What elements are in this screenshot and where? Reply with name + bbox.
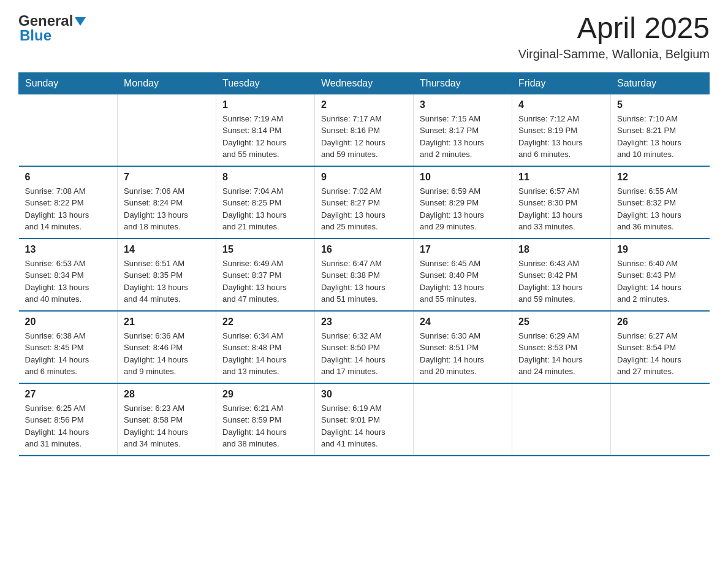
day-info: Sunrise: 6:45 AM Sunset: 8:40 PM Dayligh… xyxy=(420,258,506,305)
day-info: Sunrise: 7:17 AM Sunset: 8:16 PM Dayligh… xyxy=(321,113,407,161)
day-number: 5 xyxy=(617,99,703,110)
calendar-cell: 25Sunrise: 6:29 AM Sunset: 8:53 PM Dayli… xyxy=(512,311,611,383)
logo-arrow-icon xyxy=(75,17,86,26)
day-info: Sunrise: 7:04 AM Sunset: 8:25 PM Dayligh… xyxy=(222,185,308,233)
calendar-cell: 27Sunrise: 6:25 AM Sunset: 8:56 PM Dayli… xyxy=(19,383,118,456)
day-number: 15 xyxy=(222,244,308,255)
day-info: Sunrise: 6:27 AM Sunset: 8:54 PM Dayligh… xyxy=(617,330,703,378)
day-info: Sunrise: 7:06 AM Sunset: 8:24 PM Dayligh… xyxy=(124,185,210,233)
day-number: 26 xyxy=(617,316,703,327)
month-title: April 2025 xyxy=(518,12,710,45)
day-info: Sunrise: 6:47 AM Sunset: 8:38 PM Dayligh… xyxy=(321,258,407,305)
calendar-table: SundayMondayTuesdayWednesdayThursdayFrid… xyxy=(18,72,710,456)
day-info: Sunrise: 6:19 AM Sunset: 9:01 PM Dayligh… xyxy=(321,402,407,450)
calendar-cell: 19Sunrise: 6:40 AM Sunset: 8:43 PM Dayli… xyxy=(611,239,710,311)
calendar-cell: 8Sunrise: 7:04 AM Sunset: 8:25 PM Daylig… xyxy=(216,166,315,239)
calendar-cell: 1Sunrise: 7:19 AM Sunset: 8:14 PM Daylig… xyxy=(216,94,315,166)
day-number: 27 xyxy=(25,389,112,400)
day-info: Sunrise: 7:19 AM Sunset: 8:14 PM Dayligh… xyxy=(222,113,308,161)
day-number: 2 xyxy=(321,99,407,110)
day-number: 13 xyxy=(25,244,112,255)
day-info: Sunrise: 6:32 AM Sunset: 8:50 PM Dayligh… xyxy=(321,330,407,378)
calendar-cell: 6Sunrise: 7:08 AM Sunset: 8:22 PM Daylig… xyxy=(19,166,118,239)
calendar-cell: 13Sunrise: 6:53 AM Sunset: 8:34 PM Dayli… xyxy=(19,239,118,311)
calendar-cell: 21Sunrise: 6:36 AM Sunset: 8:46 PM Dayli… xyxy=(118,311,216,383)
day-info: Sunrise: 6:25 AM Sunset: 8:56 PM Dayligh… xyxy=(25,402,112,450)
day-number: 8 xyxy=(222,172,308,183)
day-number: 24 xyxy=(420,316,506,327)
day-number: 16 xyxy=(321,244,407,255)
calendar-cell: 28Sunrise: 6:23 AM Sunset: 8:58 PM Dayli… xyxy=(118,383,216,456)
calendar-cell: 11Sunrise: 6:57 AM Sunset: 8:30 PM Dayli… xyxy=(512,166,611,239)
day-info: Sunrise: 6:55 AM Sunset: 8:32 PM Dayligh… xyxy=(617,185,703,233)
header-saturday: Saturday xyxy=(611,72,710,94)
day-number: 7 xyxy=(124,172,210,183)
day-info: Sunrise: 6:38 AM Sunset: 8:45 PM Dayligh… xyxy=(25,330,112,378)
calendar-cell: 29Sunrise: 6:21 AM Sunset: 8:59 PM Dayli… xyxy=(216,383,315,456)
calendar-cell: 5Sunrise: 7:10 AM Sunset: 8:21 PM Daylig… xyxy=(611,94,710,166)
day-info: Sunrise: 6:23 AM Sunset: 8:58 PM Dayligh… xyxy=(124,402,210,450)
day-number: 6 xyxy=(25,172,112,183)
day-info: Sunrise: 6:49 AM Sunset: 8:37 PM Dayligh… xyxy=(222,258,308,305)
day-number: 17 xyxy=(420,244,506,255)
calendar-cell: 15Sunrise: 6:49 AM Sunset: 8:37 PM Dayli… xyxy=(216,239,315,311)
day-number: 4 xyxy=(518,99,604,110)
calendar-cell: 20Sunrise: 6:38 AM Sunset: 8:45 PM Dayli… xyxy=(19,311,118,383)
logo-blue-text: Blue xyxy=(20,27,51,44)
page-header: General Blue April 2025 Virginal-Samme, … xyxy=(18,12,710,61)
calendar-cell: 26Sunrise: 6:27 AM Sunset: 8:54 PM Dayli… xyxy=(611,311,710,383)
calendar-cell: 18Sunrise: 6:43 AM Sunset: 8:42 PM Dayli… xyxy=(512,239,611,311)
calendar-cell xyxy=(414,383,512,456)
calendar-cell: 2Sunrise: 7:17 AM Sunset: 8:16 PM Daylig… xyxy=(315,94,414,166)
day-number: 19 xyxy=(617,244,703,255)
week-row-2: 13Sunrise: 6:53 AM Sunset: 8:34 PM Dayli… xyxy=(19,239,710,311)
day-info: Sunrise: 6:30 AM Sunset: 8:51 PM Dayligh… xyxy=(420,330,506,378)
week-row-4: 27Sunrise: 6:25 AM Sunset: 8:56 PM Dayli… xyxy=(19,383,710,456)
day-info: Sunrise: 7:10 AM Sunset: 8:21 PM Dayligh… xyxy=(617,113,703,161)
calendar-cell xyxy=(512,383,611,456)
day-info: Sunrise: 6:53 AM Sunset: 8:34 PM Dayligh… xyxy=(25,258,112,305)
day-number: 30 xyxy=(321,389,407,400)
calendar-cell: 3Sunrise: 7:15 AM Sunset: 8:17 PM Daylig… xyxy=(414,94,512,166)
week-row-1: 6Sunrise: 7:08 AM Sunset: 8:22 PM Daylig… xyxy=(19,166,710,239)
calendar-cell: 14Sunrise: 6:51 AM Sunset: 8:35 PM Dayli… xyxy=(118,239,216,311)
day-number: 21 xyxy=(124,316,210,327)
day-number: 1 xyxy=(222,99,308,110)
day-number: 9 xyxy=(321,172,407,183)
day-number: 12 xyxy=(617,172,703,183)
day-number: 23 xyxy=(321,316,407,327)
day-number: 25 xyxy=(518,316,604,327)
week-row-0: 1Sunrise: 7:19 AM Sunset: 8:14 PM Daylig… xyxy=(19,94,710,166)
logo: General Blue xyxy=(18,12,86,44)
calendar-cell: 24Sunrise: 6:30 AM Sunset: 8:51 PM Dayli… xyxy=(414,311,512,383)
calendar-cell: 22Sunrise: 6:34 AM Sunset: 8:48 PM Dayli… xyxy=(216,311,315,383)
calendar-cell: 30Sunrise: 6:19 AM Sunset: 9:01 PM Dayli… xyxy=(315,383,414,456)
day-number: 22 xyxy=(222,316,308,327)
calendar-cell xyxy=(19,94,118,166)
day-number: 18 xyxy=(518,244,604,255)
calendar-cell: 4Sunrise: 7:12 AM Sunset: 8:19 PM Daylig… xyxy=(512,94,611,166)
calendar-cell: 23Sunrise: 6:32 AM Sunset: 8:50 PM Dayli… xyxy=(315,311,414,383)
week-row-3: 20Sunrise: 6:38 AM Sunset: 8:45 PM Dayli… xyxy=(19,311,710,383)
header-friday: Friday xyxy=(512,72,611,94)
header-monday: Monday xyxy=(118,72,216,94)
calendar-cell xyxy=(118,94,216,166)
day-number: 29 xyxy=(222,389,308,400)
calendar-cell: 7Sunrise: 7:06 AM Sunset: 8:24 PM Daylig… xyxy=(118,166,216,239)
header-tuesday: Tuesday xyxy=(216,72,315,94)
day-info: Sunrise: 6:40 AM Sunset: 8:43 PM Dayligh… xyxy=(617,258,703,305)
day-info: Sunrise: 6:57 AM Sunset: 8:30 PM Dayligh… xyxy=(518,185,604,233)
day-number: 20 xyxy=(25,316,112,327)
calendar-header: SundayMondayTuesdayWednesdayThursdayFrid… xyxy=(19,72,710,94)
day-number: 11 xyxy=(518,172,604,183)
calendar-cell: 17Sunrise: 6:45 AM Sunset: 8:40 PM Dayli… xyxy=(414,239,512,311)
day-number: 10 xyxy=(420,172,506,183)
title-section: April 2025 Virginal-Samme, Wallonia, Bel… xyxy=(518,12,710,61)
day-number: 3 xyxy=(420,99,506,110)
location-title: Virginal-Samme, Wallonia, Belgium xyxy=(518,47,710,61)
day-info: Sunrise: 6:29 AM Sunset: 8:53 PM Dayligh… xyxy=(518,330,604,378)
day-info: Sunrise: 6:59 AM Sunset: 8:29 PM Dayligh… xyxy=(420,185,506,233)
header-row: SundayMondayTuesdayWednesdayThursdayFrid… xyxy=(19,72,710,94)
calendar-cell: 12Sunrise: 6:55 AM Sunset: 8:32 PM Dayli… xyxy=(611,166,710,239)
header-wednesday: Wednesday xyxy=(315,72,414,94)
